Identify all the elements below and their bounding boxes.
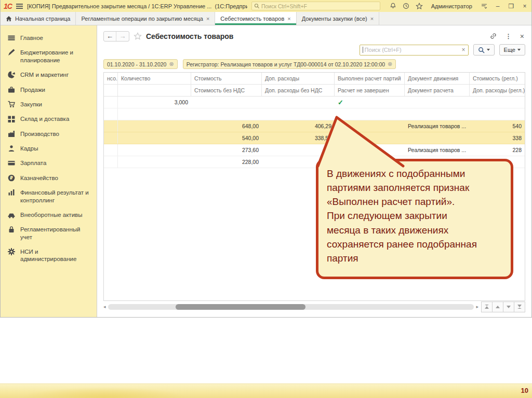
filter-chip-registrar[interactable]: Регистратор: Реализация товаров и услуг … [183,59,396,69]
gear-icon [8,248,15,255]
cell-cost: 228,00 [191,159,262,165]
1c-logo: 1С [4,2,12,10]
col-header[interactable]: Документ расчета [405,85,470,96]
tab-cost-of-goods[interactable]: Себестоимость товаров × [215,12,296,25]
table-row[interactable]: 540,00 338,57 338 [104,132,525,144]
global-search[interactable] [251,2,380,10]
window-close-button[interactable]: × [521,3,528,10]
col-header[interactable]: Доп. расходы [262,73,335,84]
table-header-row-2: Стоимость без НДС Доп. расходы без НДС Р… [104,85,525,97]
forward-arrow-button[interactable]: → [116,32,129,41]
maximize-button[interactable]: ❒ [508,3,515,10]
row-navigation-buttons [482,301,525,312]
table-row[interactable] [104,108,525,120]
col-header[interactable]: Доп. расходы без НДС [262,85,335,96]
col-header[interactable]: нсо... [104,73,118,84]
filter-chip-period[interactable]: 01.10.2020 - 31.10.2020 ⊗ [103,59,178,69]
scroll-left-icon[interactable]: ◂ [103,304,106,309]
sidebar-item-production[interactable]: Производство [1,127,97,141]
pie-chart-icon [8,71,15,78]
col-header[interactable] [118,85,191,96]
current-user[interactable]: Администратор [431,3,472,9]
sidebar-item-crm[interactable]: CRM и маркетинг [1,67,97,82]
kebab-menu-icon[interactable]: ⋮ [506,33,512,40]
go-last-button[interactable] [514,301,525,312]
tab-purchase-documents[interactable]: Документы закупки (все) × [297,12,379,25]
sidebar-item-hr[interactable]: Кадры [1,141,97,156]
col-header[interactable]: Количество [118,73,191,84]
sidebar-item-administration[interactable]: НСИ и администрирование [1,244,97,267]
window-title: [КОПИЯ] Предварительное закрытие месяца … [27,3,247,9]
sidebar-item-purchases[interactable]: Закупки [1,97,97,112]
search-options-button[interactable] [473,44,495,56]
table-row[interactable]: 3,000 ✓ [104,97,525,108]
briefcase-icon [8,86,15,93]
sidebar-item-sales[interactable]: Продажи [1,83,97,97]
col-header[interactable]: Доп. расходы (регл.) [470,85,525,96]
cell-reg-cost: 338 [470,135,525,141]
sidebar-item-main[interactable]: Главное [1,31,97,45]
remove-filter-icon[interactable]: ⊗ [169,61,174,67]
favorite-star-icon[interactable] [134,32,142,40]
check-icon: ✓ [335,99,405,106]
tab-home[interactable]: Начальная страница [1,12,76,25]
presentation-slide: 1С [КОПИЯ] Предварительное закрытие меся… [0,0,532,398]
get-link-icon[interactable] [489,32,497,40]
cell-document: Реализация товаров ... [405,123,470,129]
table-search[interactable]: × [360,45,469,56]
scroll-right-icon[interactable]: ▸ [476,304,478,309]
sidebar-item-fixed-assets[interactable]: Внеоборотные активы [1,208,97,222]
sidebar-item-regulated-accounting[interactable]: Регламентированный учет [1,222,97,244]
col-header[interactable] [104,85,118,96]
slide-bottom-band: 10 [0,383,532,398]
minimize-button[interactable]: – [494,3,501,10]
window-titlebar: 1С [КОПИЯ] Предварительное закрытие меся… [1,0,531,12]
cell-cost: 648,00 [191,123,262,129]
form-header: ← → Себестоимость товаров ⋮ × [103,25,525,42]
notifications-bell-icon[interactable] [390,3,396,9]
cell-cost: 540,00 [191,135,262,141]
more-button[interactable]: Еще [499,44,525,56]
global-search-input[interactable] [261,3,378,9]
tab-close-icon[interactable]: × [287,16,290,22]
bar-chart-icon [8,189,15,196]
form-toolbar: × Еще [103,43,525,57]
col-header[interactable]: Стоимость [191,73,262,84]
go-next-button[interactable] [503,301,514,312]
table-search-input[interactable] [365,47,460,53]
tab-close-icon[interactable]: × [370,16,374,22]
warehouse-icon [8,115,15,122]
go-previous-button[interactable] [492,301,503,312]
tab-close-icon[interactable]: × [206,16,209,22]
col-header[interactable]: Стоимость без НДС [191,85,262,96]
scrollbar-thumb[interactable] [176,304,305,310]
back-arrow-button[interactable]: ← [104,32,116,41]
table-row[interactable]: 648,00 406,29 Реализация товаров ... 540 [104,120,525,132]
main-menu-icon[interactable] [16,3,23,10]
callout-text: В движениях с подобранными партиями запо… [327,167,502,265]
col-header[interactable]: Стоимость (регл.) [470,73,525,84]
sidebar-item-warehouse[interactable]: Склад и доставка [1,112,97,126]
factory-icon [8,130,15,138]
sidebar-item-treasury[interactable]: ₽ Казначейство [1,171,97,185]
sidebar-item-payroll[interactable]: Зарплата [1,156,97,170]
table-row[interactable]: 273,60 Реализация товаров ... 228 [104,144,525,156]
sidebar-item-financial-result[interactable]: Финансовый результат и контроллинг [1,185,97,208]
history-icon[interactable] [403,3,409,9]
payroll-icon [8,159,15,167]
scrollbar-track[interactable] [108,304,474,310]
col-header[interactable]: Документ движения [405,73,470,84]
col-header[interactable]: Расчет не завершен [335,85,405,96]
sidebar-item-budgeting[interactable]: Бюджетирование и планирование [1,45,97,67]
search-clear-icon[interactable]: × [462,46,466,53]
tab-regulated-operations[interactable]: Регламентные операции по закрытию месяца… [76,12,215,25]
cell-cost: 273,60 [191,147,262,153]
col-header[interactable]: Выполнен расчет партий [335,73,405,84]
go-first-button[interactable] [481,301,493,312]
horizontal-scrollbar[interactable]: ◂ ▸ [103,304,478,310]
service-menu-icon[interactable] [481,3,488,9]
form-close-icon[interactable]: × [520,32,524,40]
remove-filter-icon[interactable]: ⊗ [388,61,392,67]
favorites-star-icon[interactable] [416,3,423,10]
cart-icon [8,101,15,108]
